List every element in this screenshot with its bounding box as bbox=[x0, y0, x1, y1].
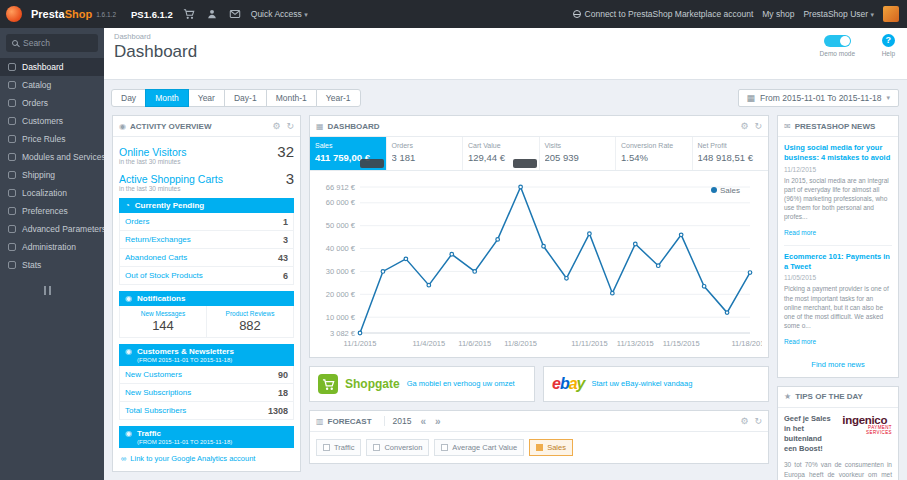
customers-row[interactable]: New Subscriptions 18 bbox=[119, 384, 294, 402]
caret-down-icon: ▾ bbox=[304, 11, 308, 18]
menu-item-label: Modules and Services bbox=[22, 152, 104, 162]
sidebar-item[interactable]: Dashboard bbox=[0, 58, 104, 76]
ebay-promo[interactable]: ebay Start uw eBay-winkel vandaag bbox=[543, 366, 769, 402]
menu-item-icon bbox=[8, 99, 16, 107]
gear-icon[interactable]: ⚙ bbox=[740, 416, 748, 426]
news-excerpt: Picking a payment provider is one of the… bbox=[784, 284, 892, 329]
range-button[interactable]: Year bbox=[188, 89, 225, 107]
user-menu[interactable]: PrestaShop User ▾ bbox=[803, 9, 874, 19]
user-avatar[interactable] bbox=[883, 6, 899, 22]
forecast-metric-toggle[interactable]: Conversion bbox=[366, 439, 429, 456]
menu-item-label: Preferences bbox=[22, 206, 68, 216]
marketplace-link[interactable]: Connect to PrestaShop Marketplace accoun… bbox=[573, 9, 754, 19]
customers-row[interactable]: New Customers 90 bbox=[119, 366, 294, 384]
notification-cell[interactable]: Product Reviews 882 bbox=[206, 306, 293, 337]
menu-item-label: Advanced Parameters bbox=[22, 224, 104, 234]
ebay-promo-link[interactable]: Start uw eBay-winkel vandaag bbox=[592, 379, 693, 389]
notification-label[interactable]: New Messages bbox=[122, 310, 204, 317]
sidebar-item[interactable]: Localization bbox=[0, 184, 104, 202]
active-carts-link[interactable]: Active Shopping Carts bbox=[119, 173, 223, 185]
forecast-metric-toggle[interactable]: Traffic bbox=[316, 439, 361, 456]
notification-cell[interactable]: New Messages 144 bbox=[120, 306, 206, 337]
refresh-icon[interactable]: ↻ bbox=[754, 416, 762, 426]
refresh-icon[interactable]: ↻ bbox=[754, 121, 762, 131]
gear-icon[interactable]: ⚙ bbox=[272, 121, 280, 131]
sales-chart-area: 66 912 €60 000 €50 000 €40 000 €30 000 €… bbox=[310, 171, 768, 357]
breadcrumb: Dashboard bbox=[114, 32, 151, 41]
sidebar-item[interactable]: Stats bbox=[0, 256, 104, 274]
demo-mode-toggle[interactable] bbox=[824, 35, 851, 47]
kpi-label: Net Profit bbox=[698, 142, 764, 149]
kpi-label: Orders bbox=[392, 142, 458, 149]
shopgate-promo-link[interactable]: Ga mobiel en verhoog uw omzet bbox=[407, 379, 515, 389]
pending-row[interactable]: Return/Exchanges 3 bbox=[119, 231, 294, 249]
pending-row-label[interactable]: Out of Stock Products bbox=[125, 271, 203, 280]
sidebar-item[interactable]: Price Rules bbox=[0, 130, 104, 148]
find-more-news-link[interactable]: Find more news bbox=[778, 360, 898, 377]
quick-access-menu[interactable]: Quick Access ▾ bbox=[251, 9, 308, 19]
collapse-sidebar-button[interactable] bbox=[44, 286, 104, 295]
pending-row[interactable]: Abandoned Carts 43 bbox=[119, 249, 294, 267]
pending-row-label[interactable]: Abandoned Carts bbox=[125, 253, 187, 262]
range-button[interactable]: Day bbox=[111, 89, 146, 107]
shopgate-logo-icon bbox=[318, 374, 338, 394]
help-icon[interactable]: ? bbox=[882, 34, 895, 47]
news-title-link[interactable]: Using social media for your business: 4 … bbox=[784, 143, 892, 163]
sidebar-item[interactable]: Catalog bbox=[0, 76, 104, 94]
sidebar-item[interactable]: Administration bbox=[0, 238, 104, 256]
customers-row-label[interactable]: New Subscriptions bbox=[125, 388, 191, 397]
forecast-prev-button[interactable]: « bbox=[420, 416, 426, 427]
forecast-metric-label: Traffic bbox=[334, 443, 354, 452]
svg-text:60 000 €: 60 000 € bbox=[326, 198, 356, 207]
sidebar-item[interactable]: Customers bbox=[0, 112, 104, 130]
customers-row[interactable]: Total Subscribers 1308 bbox=[119, 402, 294, 420]
sidebar-item[interactable]: Advanced Parameters bbox=[0, 220, 104, 238]
read-more-link[interactable]: Read more bbox=[784, 338, 816, 345]
customers-row-label[interactable]: Total Subscribers bbox=[125, 406, 186, 415]
forecast-metric-toggle[interactable]: Average Cart Value bbox=[434, 439, 524, 456]
kpi-tab[interactable]: Visits 205 939 bbox=[540, 137, 617, 170]
shopgate-promo[interactable]: Shopgate Ga mobiel en verhoog uw omzet bbox=[309, 366, 535, 402]
read-more-link[interactable]: Read more bbox=[784, 229, 816, 236]
forecast-metric-toggle[interactable]: Sales bbox=[529, 439, 573, 456]
my-shop-link[interactable]: My shop bbox=[762, 9, 794, 19]
kpi-tab[interactable]: Conversion Rate 1.54% bbox=[616, 137, 693, 170]
range-button[interactable]: Month-1 bbox=[266, 89, 317, 107]
orders-notifications-icon[interactable] bbox=[182, 7, 196, 21]
pending-row[interactable]: Out of Stock Products 6 bbox=[119, 267, 294, 285]
kpi-tab[interactable]: Orders 3 181 bbox=[387, 137, 464, 170]
sidebar-item[interactable]: Orders bbox=[0, 94, 104, 112]
date-range-picker[interactable]: ▦ From 2015-11-01 To 2015-11-18 ▾ bbox=[738, 89, 899, 107]
menu-item-icon bbox=[8, 207, 16, 215]
customers-row-value: 90 bbox=[278, 370, 288, 380]
sidebar: Dashboard Catalog Orders Customers Price… bbox=[0, 28, 104, 480]
sidebar-item[interactable]: Preferences bbox=[0, 202, 104, 220]
range-button[interactable]: Year-1 bbox=[316, 89, 361, 107]
pending-row-label[interactable]: Orders bbox=[125, 217, 149, 226]
traffic-icon: ◉ bbox=[125, 429, 132, 438]
calendar-icon: ▦ bbox=[747, 93, 756, 103]
search-input[interactable] bbox=[23, 38, 93, 48]
pending-row-label[interactable]: Return/Exchanges bbox=[125, 235, 191, 244]
kpi-tab[interactable]: Net Profit 148 918,51 € bbox=[693, 137, 769, 170]
kpi-tab[interactable]: Cart Value 129,44 € bbox=[463, 137, 540, 170]
pending-rows: Orders 1 Return/Exchanges 3 Abandoned Ca… bbox=[119, 213, 294, 285]
news-title-link[interactable]: Ecommerce 101: Payments in a Tweet bbox=[784, 252, 892, 272]
refresh-icon[interactable]: ↻ bbox=[286, 121, 294, 131]
pending-row[interactable]: Orders 1 bbox=[119, 213, 294, 231]
notification-label[interactable]: Product Reviews bbox=[209, 310, 291, 317]
customers-notifications-icon[interactable] bbox=[205, 7, 219, 21]
range-button[interactable]: Day-1 bbox=[224, 89, 267, 107]
messages-notifications-icon[interactable] bbox=[228, 7, 242, 21]
forecast-next-button[interactable]: » bbox=[435, 416, 441, 427]
google-analytics-link[interactable]: ∞ Link to your Google Analytics account bbox=[119, 448, 294, 465]
shop-name-link[interactable]: PS1.6.1.2 bbox=[131, 9, 173, 20]
online-visitors-link[interactable]: Online Visitors bbox=[119, 146, 187, 158]
sidebar-item[interactable]: Shipping bbox=[0, 166, 104, 184]
sidebar-item[interactable]: Modules and Services bbox=[0, 148, 104, 166]
range-button[interactable]: Month bbox=[145, 89, 189, 107]
customers-row-label[interactable]: New Customers bbox=[125, 370, 182, 379]
kpi-tab[interactable]: Sales 411 759,00 € bbox=[310, 137, 387, 170]
menu-item-icon bbox=[8, 153, 16, 161]
gear-icon[interactable]: ⚙ bbox=[740, 121, 748, 131]
